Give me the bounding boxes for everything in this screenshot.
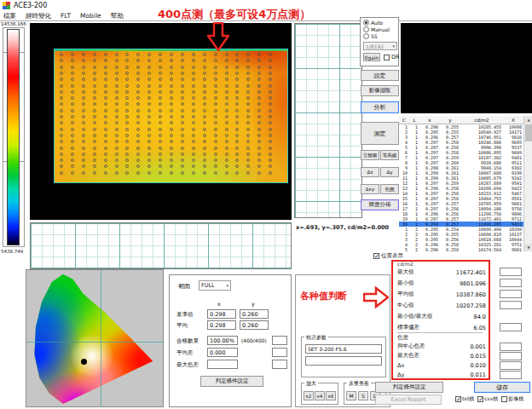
measure-point (246, 153, 250, 156)
analyze-button[interactable]: 分析 (361, 101, 399, 113)
pass-count-field[interactable]: 100.00% (207, 336, 238, 345)
pass-aux-box[interactable] (272, 336, 287, 345)
view-3d-button[interactable]: 立體圖 (361, 150, 379, 160)
zero-gain-button[interactable]: 0gain (363, 53, 380, 61)
dr-checkbox-icon[interactable] (384, 55, 390, 60)
measure-point (235, 134, 239, 137)
export-checkbox-csv檔[interactable]: ✓csv檔 (477, 395, 498, 403)
multi-m-button[interactable]: M (346, 391, 356, 400)
col-header-x[interactable]: x (419, 118, 440, 123)
delta-x-button[interactable]: Δx (361, 167, 379, 177)
avg-x-field[interactable]: 0.298 (207, 320, 236, 330)
stat-aux-box[interactable] (500, 290, 522, 298)
measure-button[interactable]: 測定 (361, 122, 399, 145)
checkbox-icon[interactable]: ✓ (477, 396, 483, 402)
range-select[interactable]: FULL▾ (199, 280, 231, 291)
col-header-y[interactable]: y (440, 118, 460, 123)
luminance-distribution-button[interactable]: 輝度分佈 (361, 199, 399, 210)
zoom-x4-button[interactable]: x4 (315, 391, 325, 400)
save-button[interactable]: 儲存 (474, 382, 530, 393)
radio-manual-icon[interactable] (363, 26, 369, 32)
menu-file[interactable]: 檔案 (3, 12, 16, 20)
col-header-cdm2[interactable]: cd/m2 (460, 118, 503, 123)
radio-manual[interactable]: Manual (363, 26, 390, 32)
scroll-up-icon[interactable]: ▲ (524, 116, 532, 124)
measure-point (203, 78, 206, 81)
position-display-checkbox-icon[interactable]: ✓ (373, 253, 379, 259)
measure-point (170, 102, 173, 106)
table-row[interactable]: 520.2960.25810174.5649801 (399, 247, 523, 252)
menu-help[interactable]: 幫助 (111, 12, 124, 20)
scrollbar-thumb[interactable] (525, 124, 532, 141)
stat-aux-box[interactable] (500, 361, 522, 370)
delta-y-button[interactable]: Δy (380, 167, 399, 177)
heatmap-measure-area[interactable] (54, 49, 288, 183)
menu-mobile[interactable]: Mobile (80, 12, 101, 20)
col-header-X[interactable]: X (503, 118, 523, 123)
stat-aux-box[interactable] (500, 352, 522, 360)
zoom-x2-button[interactable]: x2 (304, 391, 314, 400)
measure-point (93, 66, 96, 69)
stat-aux-box[interactable] (500, 323, 522, 331)
judge-condition-button[interactable]: 判定條件設定 (200, 376, 263, 387)
radio-auto[interactable]: Auto (363, 20, 383, 26)
radio-auto-icon[interactable] (363, 20, 369, 26)
menu-flt[interactable]: FLT (61, 12, 71, 20)
avg-y-field[interactable]: 0.260 (240, 320, 269, 330)
dr-checkbox[interactable]: DR (384, 54, 400, 60)
avg-diff-label: 平均差 (176, 349, 194, 357)
checkbox-icon[interactable]: ✓ (455, 396, 461, 402)
contour-button[interactable]: 等高線 (380, 150, 399, 160)
position-display-checkbox[interactable]: ✓ 位置表示 (373, 252, 403, 260)
stat-aux-box[interactable] (500, 371, 522, 379)
measure-point (93, 128, 96, 131)
gamut-button[interactable]: 色圍 (380, 184, 399, 194)
export-checkbox-txt檔[interactable]: ✓txt檔 (455, 395, 474, 403)
col-header-l[interactable]: L (409, 118, 419, 123)
delta-xy-button[interactable]: Δxy (361, 184, 379, 194)
calibration-extra-field[interactable] (305, 356, 382, 366)
avg-label: 平均 (176, 322, 188, 330)
measure-point (125, 53, 129, 56)
measure-point (93, 78, 96, 81)
measure-point (82, 96, 85, 100)
exposure-select[interactable]: 1/8192▾ (363, 42, 397, 50)
max-diff-aux-box[interactable] (272, 360, 287, 369)
measure-point (235, 158, 239, 162)
stat-aux-box[interactable] (500, 279, 522, 287)
judge-condition-button-2[interactable]: 判定條件設定 (375, 382, 443, 393)
measure-point (60, 158, 63, 162)
radio-ss-icon[interactable] (363, 33, 369, 39)
measure-point (159, 90, 162, 94)
image-capture-button[interactable]: 影像擷取 (361, 85, 399, 96)
measure-point (136, 153, 140, 156)
calibration-set-field[interactable]: SET 3-200 F5.6 (305, 344, 382, 354)
measure-point (181, 153, 184, 156)
avg-diff-field[interactable]: 0.000 (207, 348, 238, 357)
export-checkbox-影像檔[interactable]: 影像檔 (501, 395, 523, 403)
max-diff-field[interactable] (207, 360, 238, 369)
radio-ss[interactable]: SS (363, 33, 378, 39)
stat-aux-box[interactable] (500, 268, 522, 276)
excel-report-button[interactable]: Excel Report (375, 395, 442, 405)
measure-point (225, 66, 228, 69)
zoom-x8-button[interactable]: x8 (326, 391, 336, 400)
scroll-down-icon[interactable]: ▼ (524, 244, 532, 251)
avg-diff-aux-box[interactable] (272, 348, 287, 357)
stat-aux-box[interactable] (500, 301, 522, 309)
checkbox-icon[interactable] (501, 396, 507, 402)
heatmap-canvas[interactable] (30, 23, 292, 220)
exposure-value: 1/8192 (366, 43, 384, 49)
col-header-c[interactable]: C (399, 118, 409, 123)
measure-point (203, 115, 206, 118)
multi-s-button[interactable]: S (358, 391, 368, 400)
measure-point (181, 128, 184, 131)
measure-point (235, 128, 239, 131)
stat-aux-box[interactable] (500, 343, 522, 351)
settings-button[interactable]: 設定 (361, 70, 399, 81)
ref-x-field[interactable]: 0.298 (207, 309, 236, 319)
menu-time-variation[interactable]: 經時變化 (26, 12, 51, 20)
measure-point (170, 153, 173, 156)
table-scrollbar[interactable]: ▲ ▼ (523, 116, 532, 251)
ref-y-field[interactable]: 0.260 (240, 309, 269, 319)
